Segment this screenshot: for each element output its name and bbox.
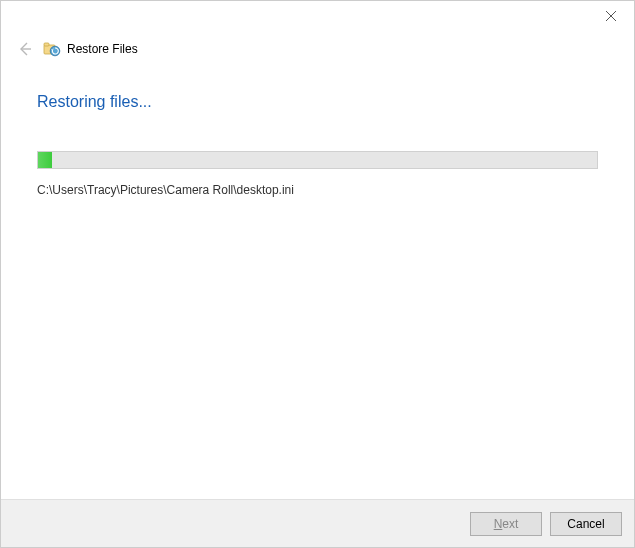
progress-bar-fill [38,152,52,168]
page-heading: Restoring files... [37,93,598,111]
back-button[interactable] [11,36,39,62]
next-button[interactable]: Next [470,512,542,536]
restore-files-icon [43,40,61,58]
next-label-suffix: ext [502,517,518,531]
cancel-button[interactable]: Cancel [550,512,622,536]
titlebar [1,1,634,37]
back-arrow-icon [18,42,32,56]
content-area: Restoring files... C:\Users\Tracy\Pictur… [1,63,634,499]
close-icon [606,11,616,21]
footer: Next Cancel [1,499,634,547]
close-button[interactable] [588,1,634,31]
current-file-path: C:\Users\Tracy\Pictures\Camera Roll\desk… [37,183,598,197]
header-row: Restore Files [1,35,634,63]
progress-bar [37,151,598,169]
svg-rect-4 [44,43,49,46]
app-title: Restore Files [67,42,138,56]
